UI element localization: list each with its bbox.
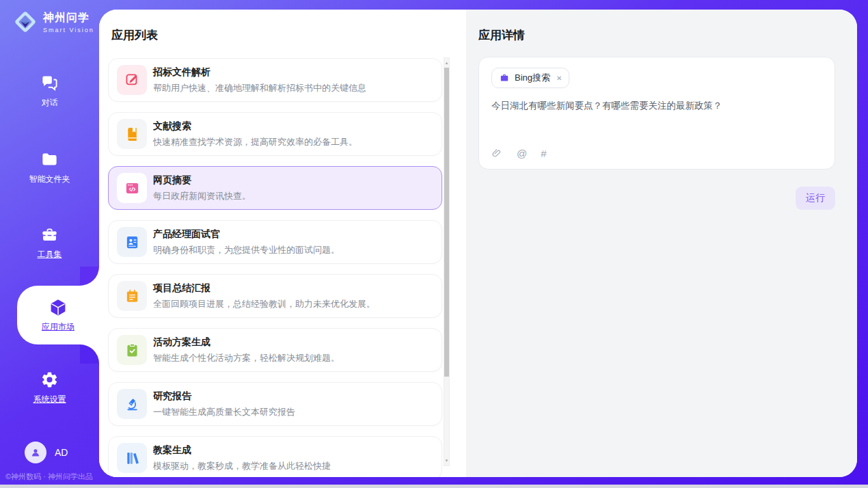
sidebar-item-settings[interactable]: 系统设置: [0, 370, 99, 405]
app-detail-title: 应用详情: [478, 27, 835, 43]
app-card[interactable]: 活动方案生成 智能生成个性化活动方案，轻松解决规划难题。: [108, 328, 442, 372]
app-card-text: 招标文件解析 帮助用户快速、准确地理解和解析招标书中的关键信息: [153, 66, 366, 94]
close-icon[interactable]: ✕: [556, 74, 562, 82]
research-icon: [117, 389, 147, 419]
app-card-desc: 帮助用户快速、准确地理解和解析招标书中的关键信息: [153, 82, 366, 94]
app-card[interactable]: 教案生成 模板驱动，教案秒成，教学准备从此轻松快捷: [108, 436, 442, 477]
brand-name: 神州问学: [43, 11, 94, 25]
app-card-title: 教案生成: [153, 444, 331, 457]
app-card-desc: 快速精准查找学术资源，提高研究效率的必备工具。: [153, 136, 357, 148]
sidebar-item-chat[interactable]: 对话: [0, 74, 99, 109]
tool-tag-label: Bing搜索: [515, 72, 550, 84]
sidebar-item-label: 对话: [42, 97, 58, 109]
tool-tag-bing-search[interactable]: Bing搜索 ✕: [491, 68, 569, 88]
briefcase-icon: [499, 72, 510, 83]
brand-diamond-icon: [12, 9, 38, 35]
app-card-title: 研究报告: [153, 390, 295, 403]
scrollbar-thumb[interactable]: [444, 68, 449, 377]
book-icon: [117, 119, 147, 149]
app-detail-pane: 应用详情 Bing搜索 ✕ 今日湖北有哪些新闻要点？有哪些需要关注的最新政策？ …: [466, 10, 857, 477]
clipboard-check-icon: [117, 335, 147, 365]
app-card[interactable]: 文献搜索 快速精准查找学术资源，提高研究效率的必备工具。: [108, 112, 442, 156]
app-card-title: 网页摘要: [153, 174, 251, 187]
app-card-desc: 明确身份和职责，为您提供专业性的面试问题。: [153, 244, 340, 256]
app-card-text: 活动方案生成 智能生成个性化活动方案，轻松解决规划难题。: [153, 336, 340, 364]
app-card-text: 研究报告 一键智能生成高质量长文本研究报告: [153, 390, 295, 418]
edit-document-icon: [117, 65, 147, 95]
sidebar-item-label: 智能文件夹: [29, 174, 70, 185]
paperclip-icon[interactable]: [491, 148, 503, 159]
app-card-text: 教案生成 模板驱动，教案秒成，教学准备从此轻松快捷: [153, 444, 331, 472]
sidebar: 神州问学 Smart Vision 对话 智能文件夹 工具集: [0, 0, 99, 488]
app-card[interactable]: 项目总结汇报 全面回顾项目进展，总结经验教训，助力未来优化发展。: [108, 274, 442, 318]
app-card[interactable]: 产品经理面试官 明确身份和职责，为您提供专业性的面试问题。: [108, 220, 442, 264]
sidebar-item-toolset[interactable]: 工具集: [0, 226, 99, 260]
person-icon: [29, 446, 42, 459]
app-logo: 神州问学 Smart Vision: [12, 9, 94, 35]
app-card-desc: 全面回顾项目进展，总结经验教训，助力未来优化发展。: [153, 298, 375, 310]
main-content: 应用列表 招标文件解析 帮助用户快速、准确地理解和解析招标书中的关键信息 文献搜…: [99, 10, 857, 477]
avatar: [25, 442, 46, 463]
app-card-desc: 每日政府新闻资讯快查。: [153, 190, 251, 202]
app-card[interactable]: 研究报告 一键智能生成高质量长文本研究报告: [108, 382, 442, 426]
folder-icon: [40, 150, 59, 169]
cube-icon: [49, 298, 68, 317]
desktop-edge-strip: [0, 485, 868, 488]
copyright-text: ©神州数码 · 神州问学出品: [5, 472, 93, 482]
app-card-text: 网页摘要 每日政府新闻资讯快查。: [153, 174, 251, 202]
sidebar-item-smart-folder[interactable]: 智能文件夹: [0, 150, 99, 185]
attachment-toolbar: @ #: [491, 148, 822, 159]
scroll-down-icon[interactable]: ▼: [444, 457, 449, 464]
app-card-title: 活动方案生成: [153, 336, 340, 349]
mention-icon[interactable]: @: [517, 148, 527, 159]
interview-icon: [117, 227, 147, 257]
app-card-title: 招标文件解析: [153, 66, 366, 79]
user-account[interactable]: AD: [25, 442, 68, 463]
query-text[interactable]: 今日湖北有哪些新闻要点？有哪些需要关注的最新政策？: [491, 99, 822, 148]
chat-icon: [40, 74, 59, 92]
sidebar-item-label: 系统设置: [33, 394, 66, 405]
scrollbar[interactable]: ▲ ▼: [444, 57, 450, 466]
sidebar-item-label: 应用市场: [42, 321, 74, 333]
app-card-list: 招标文件解析 帮助用户快速、准确地理解和解析招标书中的关键信息 文献搜索 快速精…: [108, 58, 442, 477]
books-icon: [117, 443, 147, 473]
brand-tagline: Smart Vision: [43, 27, 94, 33]
app-card-text: 产品经理面试官 明确身份和职责，为您提供专业性的面试问题。: [153, 228, 340, 256]
query-input-card[interactable]: Bing搜索 ✕ 今日湖北有哪些新闻要点？有哪些需要关注的最新政策？ @ #: [478, 57, 835, 170]
bubble-notch-bottom: [80, 344, 99, 364]
app-list-title: 应用列表: [111, 27, 466, 43]
user-initials: AD: [55, 447, 68, 458]
app-card-desc: 智能生成个性化活动方案，轻松解决规划难题。: [153, 352, 340, 364]
app-card[interactable]: 招标文件解析 帮助用户快速、准确地理解和解析招标书中的关键信息: [108, 58, 442, 102]
app-card-title: 文献搜索: [153, 120, 357, 133]
app-card-desc: 模板驱动，教案秒成，教学准备从此轻松快捷: [153, 460, 331, 472]
app-card-desc: 一键智能生成高质量长文本研究报告: [153, 406, 295, 418]
report-note-icon: [117, 281, 147, 311]
gear-icon: [40, 370, 59, 389]
sidebar-item-app-market[interactable]: 应用市场: [17, 286, 99, 344]
app-list-pane: 应用列表 招标文件解析 帮助用户快速、准确地理解和解析招标书中的关键信息 文献搜…: [99, 10, 466, 477]
run-button[interactable]: 运行: [796, 187, 835, 210]
bubble-notch-top: [80, 267, 99, 286]
web-code-icon: [117, 173, 147, 203]
app-card-title: 产品经理面试官: [153, 228, 340, 241]
scroll-up-icon[interactable]: ▲: [444, 59, 449, 66]
toolbox-icon: [40, 226, 59, 244]
app-card-text: 文献搜索 快速精准查找学术资源，提高研究效率的必备工具。: [153, 120, 357, 148]
app-card-title: 项目总结汇报: [153, 282, 375, 295]
hash-icon[interactable]: #: [541, 148, 546, 159]
app-card-text: 项目总结汇报 全面回顾项目进展，总结经验教训，助力未来优化发展。: [153, 282, 375, 310]
app-card[interactable]: 网页摘要 每日政府新闻资讯快查。: [108, 166, 442, 210]
sidebar-item-label: 工具集: [38, 249, 62, 260]
